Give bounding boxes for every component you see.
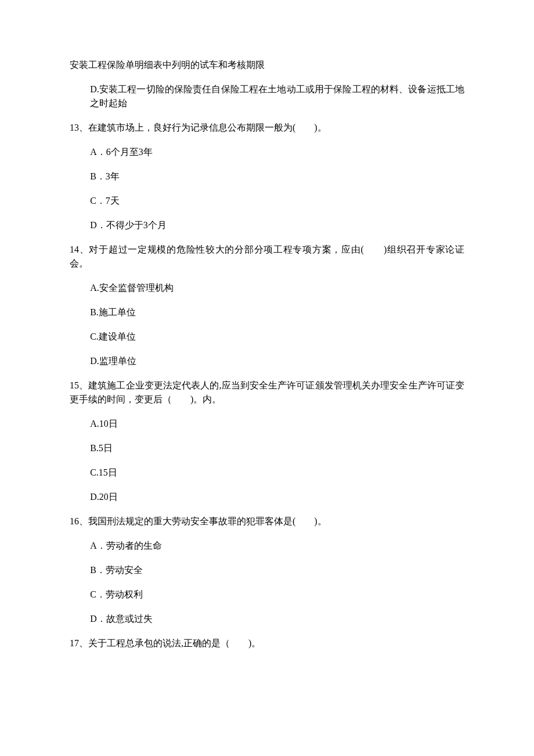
continuation-text: 安装工程保险单明细表中列明的试车和考核期限 <box>70 58 464 72</box>
q16-option-c: C．劳动权利 <box>70 588 464 602</box>
q15-option-b: B.5日 <box>70 441 464 455</box>
q15-option-a: A.10日 <box>70 417 464 431</box>
question-16-options: A．劳动者的生命 B．劳动安全 C．劳动权利 D．故意或过失 <box>70 539 464 626</box>
q15-option-c: C.15日 <box>70 466 464 480</box>
option-d-prev: D.安装工程一切险的保险责任自保险工程在土地动工或用于保险工程的材料、设备运抵工… <box>70 82 464 110</box>
question-13-stem: 13、在建筑市场上，良好行为记录信息公布期限一般为( )。 <box>70 121 464 135</box>
q14-option-a: A.安全监督管理机构 <box>70 281 464 295</box>
q14-option-d: D.监理单位 <box>70 354 464 368</box>
question-14-options: A.安全监督管理机构 B.施工单位 C.建设单位 D.监理单位 <box>70 281 464 368</box>
q13-option-c: C．7天 <box>70 194 464 208</box>
question-15-stem: 15、建筑施工企业变更法定代表人的,应当到安全生产许可证颁发管理机关办理安全生产… <box>70 379 464 406</box>
question-17-stem: 17、关于工程总承包的说法,正确的是（ )。 <box>70 636 464 650</box>
q13-option-d: D．不得少于3个月 <box>70 218 464 232</box>
q16-option-d: D．故意或过失 <box>70 612 464 626</box>
question-13-options: A．6个月至3年 B．3年 C．7天 D．不得少于3个月 <box>70 145 464 232</box>
question-14-stem: 14、对于超过一定规模的危险性较大的分部分项工程专项方案，应由( )组织召开专家… <box>70 243 464 271</box>
q16-option-b: B．劳动安全 <box>70 563 464 577</box>
question-16-stem: 16、我国刑法规定的重大劳动安全事故罪的犯罪客体是( )。 <box>70 514 464 528</box>
q14-option-c: C.建设单位 <box>70 330 464 344</box>
q15-option-d: D.20日 <box>70 490 464 504</box>
q13-option-b: B．3年 <box>70 170 464 183</box>
continuation-option-d-block: D.安装工程一切险的保险责任自保险工程在土地动工或用于保险工程的材料、设备运抵工… <box>70 82 464 110</box>
q14-option-b: B.施工单位 <box>70 305 464 319</box>
question-15-options: A.10日 B.5日 C.15日 D.20日 <box>70 417 464 504</box>
q16-option-a: A．劳动者的生命 <box>70 539 464 553</box>
page-container: 安装工程保险单明细表中列明的试车和考核期限 D.安装工程一切险的保险责任自保险工… <box>0 0 534 756</box>
q13-option-a: A．6个月至3年 <box>70 145 464 159</box>
